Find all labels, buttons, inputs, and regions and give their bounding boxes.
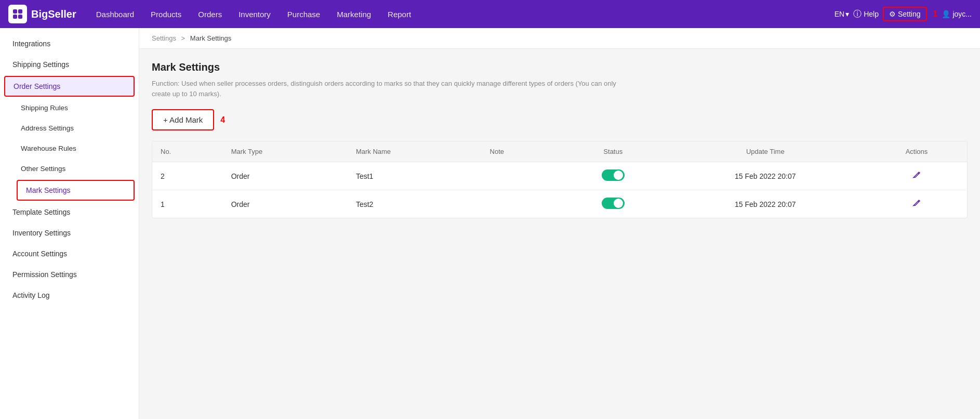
brand-logo[interactable]: BigSeller — [8, 5, 76, 23]
cell-note-1 — [482, 162, 562, 190]
app-layout: Integrations Shipping Settings Order Set… — [0, 28, 980, 419]
language-selector[interactable]: EN ▾ — [835, 10, 849, 18]
sidebar-item-template-settings[interactable]: Template Settings — [0, 202, 139, 222]
cell-update-time-1: 15 Feb 2022 20:07 — [665, 162, 867, 190]
cell-mark-name-2: Test2 — [348, 190, 482, 218]
cell-mark-name-1: Test1 — [348, 162, 482, 190]
help-circle-icon: ⓘ — [853, 9, 862, 20]
sidebar-item-address-settings[interactable]: Address Settings — [0, 118, 139, 138]
edit-icon-1[interactable] — [912, 173, 921, 181]
nav-report[interactable]: Report — [380, 7, 418, 22]
brand-name: BigSeller — [31, 8, 76, 20]
breadcrumb-separator: > — [181, 34, 186, 42]
sidebar-item-shipping-rules[interactable]: Shipping Rules — [0, 98, 139, 118]
edit-icon-2[interactable] — [912, 201, 921, 210]
col-note: Note — [482, 141, 562, 162]
cell-actions-1 — [866, 162, 967, 190]
sidebar-item-shipping-settings[interactable]: Shipping Settings — [0, 54, 139, 75]
help-button[interactable]: ⓘ Help — [853, 9, 879, 20]
user-menu[interactable]: 👤 joyc... — [942, 10, 972, 18]
cell-no-1: 2 — [152, 162, 223, 190]
sidebar-item-activity-log[interactable]: Activity Log — [0, 285, 139, 306]
add-mark-button[interactable]: + Add Mark — [152, 109, 214, 130]
cell-status-2 — [562, 190, 664, 218]
sidebar-item-order-settings[interactable]: Order Settings — [4, 76, 135, 97]
page-content: Mark Settings Function: Used when seller… — [139, 49, 980, 231]
table-row: 2 Order Test1 15 Feb 2022 20:07 — [152, 162, 967, 190]
add-button-section: + Add Mark 4 — [152, 109, 968, 130]
breadcrumb-current: Mark Settings — [190, 34, 231, 42]
col-mark-type: Mark Type — [223, 141, 348, 162]
svg-rect-1 — [18, 9, 22, 14]
user-icon: 👤 — [942, 10, 950, 18]
nav-dashboard[interactable]: Dashboard — [89, 7, 141, 22]
sidebar-item-integrations[interactable]: Integrations — [0, 33, 139, 54]
cell-mark-type-1: Order — [223, 162, 348, 190]
nav-orders[interactable]: Orders — [191, 7, 229, 22]
sidebar-item-inventory-settings[interactable]: Inventory Settings — [0, 222, 139, 243]
page-title: Mark Settings — [152, 61, 968, 73]
logo-icon — [8, 5, 27, 23]
col-actions: Actions — [866, 141, 967, 162]
cell-status-1 — [562, 162, 664, 190]
sidebar-item-other-settings[interactable]: Other Settings — [0, 159, 139, 179]
cell-note-2 — [482, 190, 562, 218]
nav-marketing[interactable]: Marketing — [329, 7, 378, 22]
col-no: No. — [152, 141, 223, 162]
setting-button[interactable]: ⚙ Setting — [883, 7, 927, 21]
gear-icon: ⚙ — [889, 10, 896, 18]
sidebar-item-mark-settings[interactable]: Mark Settings — [17, 180, 135, 201]
sidebar-item-permission-settings[interactable]: Permission Settings — [0, 264, 139, 285]
toggle-2[interactable] — [602, 198, 625, 209]
breadcrumb: Settings > Mark Settings — [139, 28, 980, 49]
svg-rect-3 — [18, 15, 22, 19]
table-row: 1 Order Test2 15 Feb 2022 20:07 — [152, 190, 967, 218]
nav-inventory[interactable]: Inventory — [231, 7, 278, 22]
nav-purchase[interactable]: Purchase — [280, 7, 327, 22]
toggle-1[interactable] — [602, 169, 625, 181]
col-status: Status — [562, 141, 664, 162]
table-header: No. Mark Type Mark Name Note Status Upda… — [152, 141, 967, 162]
cell-update-time-2: 15 Feb 2022 20:07 — [665, 190, 867, 218]
cell-no-2: 1 — [152, 190, 223, 218]
marks-table-container: No. Mark Type Mark Name Note Status Upda… — [152, 141, 968, 218]
col-update-time: Update Time — [665, 141, 867, 162]
annotation-4: 4 — [220, 115, 225, 125]
sidebar: Integrations Shipping Settings Order Set… — [0, 28, 139, 419]
nav-right-section: EN ▾ ⓘ Help ⚙ Setting 1 👤 joyc... — [835, 7, 972, 21]
svg-rect-0 — [13, 9, 17, 14]
sidebar-item-warehouse-rules[interactable]: Warehouse Rules — [0, 138, 139, 159]
nav-products[interactable]: Products — [143, 7, 189, 22]
cell-mark-type-2: Order — [223, 190, 348, 218]
marks-table: No. Mark Type Mark Name Note Status Upda… — [152, 141, 967, 218]
svg-rect-2 — [13, 15, 17, 19]
cell-actions-2 — [866, 190, 967, 218]
annotation-1: 1 — [933, 9, 938, 19]
breadcrumb-parent[interactable]: Settings — [152, 34, 176, 42]
main-content: Settings > Mark Settings Mark Settings F… — [139, 28, 980, 419]
page-description: Function: Used when seller processes ord… — [152, 78, 619, 99]
col-mark-name: Mark Name — [348, 141, 482, 162]
topnav: BigSeller Dashboard Products Orders Inve… — [0, 0, 980, 28]
sidebar-item-account-settings[interactable]: Account Settings — [0, 243, 139, 264]
table-body: 2 Order Test1 15 Feb 2022 20:07 — [152, 162, 967, 218]
